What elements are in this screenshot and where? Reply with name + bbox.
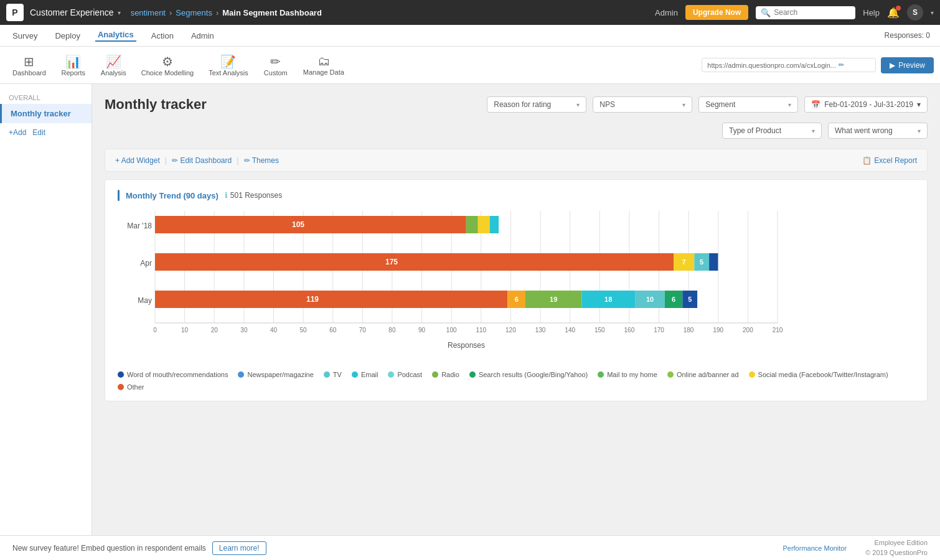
bar-mar-radio — [466, 216, 478, 233]
svg-text:90: 90 — [418, 327, 426, 334]
bar-apr-other — [155, 253, 674, 271]
nav-deploy[interactable]: Deploy — [52, 31, 82, 40]
edit-url-icon[interactable]: ✏ — [839, 61, 844, 69]
legend-item-tv: TV — [324, 371, 342, 378]
legend-dot-newspaper — [238, 371, 244, 378]
top-bar-right: Admin Upgrade Now 🔍 Help 🔔 S ▾ — [655, 4, 934, 21]
bar-mar-label: 105 — [292, 220, 304, 229]
nav-survey[interactable]: Survey — [10, 31, 40, 40]
upgrade-button[interactable]: Upgrade Now — [685, 5, 748, 20]
legend-item-search: Search results (Google/Bing/Yahoo) — [469, 371, 588, 378]
excel-report-button[interactable]: 📋 Excel Report — [862, 156, 917, 165]
toolbar-custom-label: Custom — [264, 69, 288, 77]
svg-text:130: 130 — [535, 327, 546, 334]
breadcrumb-sentiment[interactable]: sentiment — [131, 8, 166, 17]
filter-nps[interactable]: NPS ▾ — [593, 96, 692, 113]
app-dropdown-arrow[interactable]: ▾ — [118, 9, 121, 16]
bottom-bar: New survey feature! Embed question in re… — [0, 535, 940, 560]
response-count: ℹ 501 Responses — [225, 191, 282, 200]
nav-analytics[interactable]: Analytics — [95, 30, 136, 42]
bar-may-19-label: 19 — [550, 296, 557, 303]
svg-text:80: 80 — [388, 327, 396, 334]
toolbar-reports-label: Reports — [62, 69, 86, 77]
legend-item-mail: Mail to my home — [598, 371, 657, 378]
legend-dot-online-ad — [667, 371, 674, 378]
filter-what-went-wrong[interactable]: What went wrong ▾ — [828, 123, 928, 139]
search-input[interactable] — [774, 8, 850, 17]
legend-item-email: Email — [352, 371, 378, 378]
toolbar-manage-data-label: Manage Data — [303, 68, 344, 76]
main-layout: Overall Monthly tracker +Add Edit Monthl… — [0, 84, 940, 535]
toolbar-text-analysis-label: Text Analysis — [209, 69, 248, 77]
widget-controls: + Add Widget | ✏ Edit Dashboard | ✏ Them… — [105, 149, 928, 172]
svg-text:100: 100 — [446, 327, 457, 334]
add-widget-link[interactable]: + Add Widget — [115, 156, 160, 165]
bell-icon[interactable]: 🔔 — [887, 7, 900, 19]
bar-may-other — [155, 291, 507, 308]
legend-dot-mail — [598, 371, 604, 378]
legend-dot-other — [118, 384, 124, 390]
admin-label: Admin — [655, 8, 678, 17]
toolbar-choice-modelling-label: Choice Modelling — [141, 69, 194, 77]
page-header: Monthly tracker Reason for rating ▾ NPS … — [105, 96, 928, 139]
nav-admin[interactable]: Admin — [189, 31, 217, 40]
search-box: 🔍 — [756, 6, 855, 19]
breadcrumb-segments[interactable]: Segments — [176, 8, 212, 17]
toolbar-text-analysis[interactable]: 📝 Text Analysis — [202, 52, 255, 79]
legend-label-podcast: Podcast — [397, 371, 422, 378]
svg-text:150: 150 — [595, 327, 605, 334]
x-axis-label: Responses — [448, 341, 485, 350]
bar-chart-svg: Mar '18 Apr May 105 175 7 5 — [118, 211, 802, 360]
edit-dashboard-link[interactable]: ✏ Edit Dashboard — [172, 156, 232, 165]
toolbar-choice-modelling[interactable]: ⚙ Choice Modelling — [135, 52, 200, 79]
filter-type-of-product[interactable]: Type of Product ▾ — [722, 123, 822, 139]
app-logo: P — [6, 4, 24, 21]
toolbar: ⊞ Dashboard 📊 Reports 📈 Analysis ⚙ Choic… — [0, 47, 940, 84]
bar-may-label: 119 — [306, 295, 319, 304]
learn-more-button[interactable]: Learn more! — [212, 541, 266, 555]
dropdown-arrow-wrong: ▾ — [918, 128, 921, 134]
url-box: https://admin.questionpro.com/a/cxLogin.… — [702, 58, 876, 72]
toolbar-custom[interactable]: ✏ Custom — [257, 52, 294, 79]
user-dropdown-arrow[interactable]: ▾ — [931, 9, 934, 16]
bar-mar-other — [155, 216, 466, 233]
legend-item-radio: Radio — [432, 371, 459, 378]
bar-label-apr: Apr — [140, 259, 152, 268]
text-analysis-icon: 📝 — [220, 54, 236, 69]
toolbar-dashboard[interactable]: ⊞ Dashboard — [6, 52, 52, 79]
preview-button[interactable]: ▶ Preview — [881, 57, 934, 73]
bar-label-mar: Mar '18 — [127, 222, 152, 230]
sidebar-add[interactable]: +Add — [9, 128, 26, 137]
chart-svg-wrapper: Mar '18 Apr May 105 175 7 5 — [118, 211, 914, 362]
toolbar-manage-data[interactable]: 🗂 Manage Data — [297, 52, 350, 78]
filter-segment[interactable]: Segment ▾ — [698, 96, 798, 113]
filter-row-2: Type of Product ▾ What went wrong ▾ — [722, 123, 928, 139]
nav-action[interactable]: Action — [149, 31, 176, 40]
legend-dot-podcast — [388, 371, 394, 378]
date-range-picker[interactable]: 📅 Feb-01-2019 - Jul-31-2019 ▾ — [804, 96, 928, 113]
svg-text:200: 200 — [743, 327, 753, 334]
user-avatar[interactable]: S — [907, 4, 923, 21]
svg-text:120: 120 — [505, 327, 516, 334]
legend-item-social-media: Social media (Facebook/Twitter/Instagram… — [749, 371, 888, 378]
page-title: Monthly tracker — [105, 96, 481, 113]
performance-monitor-link[interactable]: Performance Monitor — [783, 544, 847, 552]
sidebar-actions: +Add Edit — [0, 123, 92, 142]
dropdown-arrow-segment: ▾ — [788, 101, 791, 108]
date-dropdown-arrow: ▾ — [917, 100, 921, 109]
excel-icon: 📋 — [862, 156, 872, 165]
legend-item-other: Other — [118, 383, 144, 391]
legend-dot-tv — [324, 371, 330, 378]
analysis-icon: 📈 — [106, 54, 121, 69]
legend-label-email: Email — [361, 371, 378, 378]
legend-label-radio: Radio — [441, 371, 459, 378]
toolbar-reports[interactable]: 📊 Reports — [55, 52, 92, 79]
toolbar-analysis[interactable]: 📈 Analysis — [95, 52, 133, 79]
themes-link[interactable]: ✏ Themes — [244, 156, 279, 165]
breadcrumb-current: Main Segment Dashboard — [222, 8, 322, 17]
sidebar-section-label: Overall — [0, 91, 92, 104]
sidebar-edit[interactable]: Edit — [32, 128, 45, 137]
sidebar-item-monthly-tracker[interactable]: Monthly tracker — [0, 104, 92, 123]
filter-reason-for-rating[interactable]: Reason for rating ▾ — [487, 96, 586, 113]
bar-may-5-label: 5 — [688, 296, 692, 303]
